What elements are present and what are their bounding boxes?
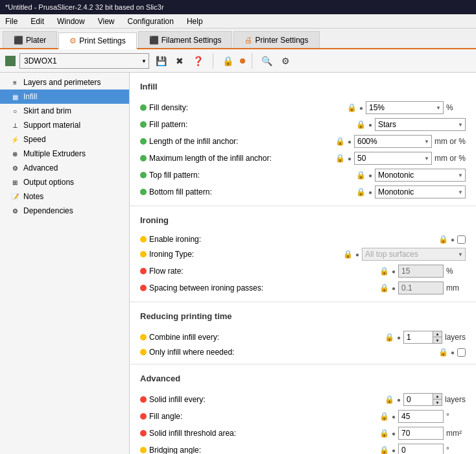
only-infill-lock[interactable]: 🔒 — [438, 348, 448, 357]
ironing-spacing-lock[interactable]: 🔒 — [379, 283, 389, 293]
only-infill-bullet: ● — [451, 349, 455, 356]
ironing-type-lock[interactable]: 🔒 — [343, 250, 353, 259]
infill-anchor-max-lock[interactable]: 🔒 — [335, 154, 345, 163]
top-fill-pattern-label-wrapper: Top fill pattern: — [140, 171, 296, 180]
sidebar-layers-label: Layers and perimeters — [23, 78, 101, 87]
dependencies-icon: ⚙ — [10, 206, 19, 215]
lock-button[interactable]: 🔒 — [220, 54, 236, 67]
bottom-fill-pattern-select[interactable]: MonotonicLinesRectilinear — [375, 185, 466, 198]
sidebar-item-dependencies[interactable]: ⚙ Dependencies — [0, 204, 129, 218]
bridging-angle-lock[interactable]: 🔒 — [379, 446, 389, 454]
menu-help[interactable]: Help — [184, 16, 206, 27]
combine-infill-label-wrapper: Combine infill every: — [140, 333, 296, 342]
sidebar-item-advanced[interactable]: ⚙ Advanced — [0, 161, 129, 175]
top-fill-pattern-bullet: ● — [368, 172, 372, 179]
only-infill-checkbox[interactable] — [457, 348, 466, 357]
solid-infill-threshold-lock[interactable]: 🔒 — [379, 429, 389, 438]
solid-infill-every-lock[interactable]: 🔒 — [385, 395, 394, 404]
fill-density-lock-icon[interactable]: 🔒 — [347, 103, 357, 112]
profile-select[interactable]: 3DWOX1 — [19, 53, 149, 69]
menu-configuration[interactable]: Configuration — [125, 16, 176, 27]
sidebar-item-skirt[interactable]: ○ Skirt and brim — [0, 104, 129, 118]
sidebar-item-support[interactable]: ⊥ Support material — [0, 118, 129, 132]
bottom-fill-pattern-lock[interactable]: 🔒 — [356, 187, 366, 197]
tab-filament-settings[interactable]: ⬛ Filament Settings — [138, 31, 233, 48]
top-fill-pattern-controls: 🔒 ● MonotonicLinesRectilinear — [356, 169, 466, 182]
ironing-type-select[interactable]: All top surfacesTop surfaces — [362, 248, 466, 261]
enable-ironing-lock[interactable]: 🔒 — [438, 235, 448, 244]
sidebar-item-extruders[interactable]: ⊗ Multiple Extruders — [0, 147, 129, 161]
profile-dropdown-wrapper: 3DWOX1 — [19, 53, 149, 69]
solid-infill-threshold-input[interactable] — [398, 427, 444, 440]
ironing-type-controls: 🔒 ● All top surfacesTop surfaces — [343, 248, 466, 261]
sidebar-extruders-label: Multiple Extruders — [23, 149, 86, 158]
flow-rate-lock[interactable]: 🔒 — [379, 267, 389, 276]
top-fill-pattern-select-wrapper: MonotonicLinesRectilinear — [375, 169, 466, 182]
tab-print-settings[interactable]: ⚙ Print Settings — [58, 32, 136, 49]
ironing-spacing-unit: mm — [446, 283, 466, 293]
enable-ironing-label-wrapper: Enable ironing: — [140, 235, 296, 244]
ironing-spacing-label: Spacing between ironing passes: — [149, 283, 263, 293]
top-fill-pattern-lock[interactable]: 🔒 — [356, 171, 366, 180]
menu-edit[interactable]: Edit — [28, 16, 47, 27]
infill-anchor-max-select[interactable]: 5002575 — [354, 152, 432, 165]
fill-density-label: Fill density: — [149, 103, 188, 112]
top-fill-pattern-select[interactable]: MonotonicLinesRectilinear — [375, 169, 466, 182]
tab-printer-settings[interactable]: 🖨 Printer Settings — [233, 31, 319, 48]
filament-icon: ⬛ — [149, 36, 159, 45]
main-layout: ≡ Layers and perimeters ▦ Infill ○ Skirt… — [0, 73, 476, 454]
menu-view[interactable]: View — [95, 16, 117, 27]
menu-file[interactable]: File — [3, 16, 20, 27]
top-fill-pattern-label: Top fill pattern: — [149, 171, 200, 180]
fill-density-select[interactable]: 15%5%10%20% — [366, 101, 444, 114]
solid-infill-every-down[interactable]: ▼ — [433, 400, 442, 405]
fill-pattern-select[interactable]: StarsGridLines — [375, 118, 466, 131]
fill-angle-lock[interactable]: 🔒 — [379, 412, 389, 421]
bottom-fill-pattern-select-wrapper: MonotonicLinesRectilinear — [375, 185, 466, 198]
settings-button[interactable]: ⚙ — [279, 54, 292, 67]
infill-anchor-length-dot — [140, 138, 147, 145]
menu-window[interactable]: Window — [54, 16, 88, 27]
reducing-section: Reducing printing time Combine infill ev… — [130, 302, 476, 364]
flow-rate-input[interactable] — [398, 265, 444, 278]
infill-anchor-length-row: Length of the infill anchor: 🔒 ● 600%010… — [140, 133, 466, 150]
solid-infill-threshold-unit: mm² — [446, 429, 466, 438]
fill-angle-input[interactable] — [398, 410, 444, 423]
sidebar-item-speed[interactable]: ⚡ Speed — [0, 132, 129, 147]
help-button[interactable]: ❓ — [190, 54, 206, 67]
infill-anchor-bullet: ● — [348, 138, 351, 145]
bottom-fill-pattern-label-wrapper: Bottom fill pattern: — [140, 187, 296, 197]
solid-infill-every-dot — [140, 396, 147, 403]
sidebar-item-notes[interactable]: 📝 Notes — [0, 189, 129, 204]
sidebar-item-layers[interactable]: ≡ Layers and perimeters — [0, 75, 129, 90]
tab-filament-settings-label: Filament Settings — [161, 36, 222, 45]
combine-infill-row: Combine infill every: 🔒 ● ▲ ▼ layers — [140, 329, 466, 346]
infill-anchor-select[interactable]: 600%0100%200% — [354, 135, 432, 148]
solid-infill-every-up[interactable]: ▲ — [433, 394, 442, 400]
tab-plater[interactable]: ⬛ Plater — [3, 31, 57, 48]
ironing-spacing-bullet: ● — [392, 285, 396, 292]
search-button[interactable]: 🔍 — [259, 54, 275, 67]
infill-anchor-max-controls: 🔒 ● 5002575 mm or % — [335, 152, 466, 165]
ironing-spacing-input[interactable] — [398, 281, 444, 294]
infill-anchor-select-wrapper: 600%0100%200% — [354, 135, 432, 148]
fill-pattern-label-wrapper: Fill pattern: — [140, 120, 296, 129]
bottom-fill-pattern-controls: 🔒 ● MonotonicLinesRectilinear — [356, 185, 466, 198]
sidebar-item-output[interactable]: ⊞ Output options — [0, 175, 129, 189]
infill-anchor-length-controls: 🔒 ● 600%0100%200% mm or % — [335, 135, 466, 148]
bottom-fill-pattern-label: Bottom fill pattern: — [149, 187, 212, 197]
sidebar-item-infill[interactable]: ▦ Infill — [0, 90, 129, 104]
ironing-type-dot — [140, 251, 147, 257]
save-button[interactable]: 💾 — [153, 54, 169, 67]
top-fill-pattern-row: Top fill pattern: 🔒 ● MonotonicLinesRect… — [140, 167, 466, 184]
combine-infill-down[interactable]: ▼ — [433, 337, 442, 343]
fill-pattern-lock-icon[interactable]: 🔒 — [356, 120, 366, 129]
combine-infill-up[interactable]: ▲ — [433, 331, 442, 337]
combine-infill-lock[interactable]: 🔒 — [385, 333, 394, 342]
fill-angle-bullet: ● — [392, 413, 396, 420]
delete-button[interactable]: ✖ — [173, 54, 186, 67]
fill-density-unit: % — [446, 103, 466, 112]
bridging-angle-input[interactable] — [398, 444, 444, 454]
infill-anchor-length-lock[interactable]: 🔒 — [335, 137, 345, 146]
enable-ironing-checkbox[interactable] — [457, 235, 466, 244]
